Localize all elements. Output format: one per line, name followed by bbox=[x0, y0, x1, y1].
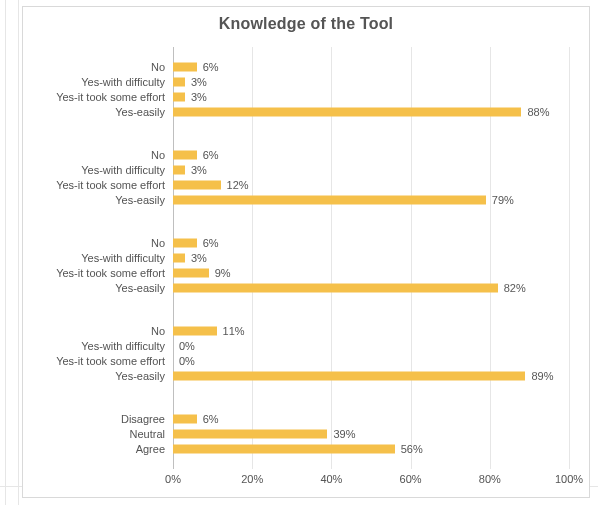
x-tick-label: 0% bbox=[165, 473, 181, 485]
bar bbox=[173, 284, 498, 293]
y-tick-label: Yes-it took some effort bbox=[56, 355, 165, 367]
bar bbox=[173, 430, 327, 439]
data-label: 88% bbox=[527, 106, 549, 118]
y-tick-label: No bbox=[151, 149, 165, 161]
y-tick-label: No bbox=[151, 61, 165, 73]
data-label: 79% bbox=[492, 194, 514, 206]
chart-title: Knowledge of the Tool bbox=[23, 15, 589, 33]
x-tick-label: 80% bbox=[479, 473, 501, 485]
data-label: 56% bbox=[401, 443, 423, 455]
data-label: 3% bbox=[191, 76, 207, 88]
bar bbox=[173, 254, 185, 263]
y-tick-label: Yes-with difficulty bbox=[81, 252, 165, 264]
chart-object[interactable]: Knowledge of the Tool 6%3%3%88%6%3%12%79… bbox=[22, 6, 590, 498]
data-label: 6% bbox=[203, 237, 219, 249]
data-label: 11% bbox=[223, 325, 245, 337]
y-tick-label: Yes-it took some effort bbox=[56, 179, 165, 191]
data-label: 0% bbox=[179, 340, 195, 352]
data-label: 89% bbox=[531, 370, 553, 382]
bar bbox=[173, 196, 486, 205]
y-tick-label: Yes-easily bbox=[115, 282, 165, 294]
x-axis: 0%20%40%60%80%100% bbox=[173, 473, 569, 491]
spreadsheet-canvas: Knowledge of the Tool 6%3%3%88%6%3%12%79… bbox=[0, 0, 598, 505]
bar bbox=[173, 108, 521, 117]
y-tick-label: No bbox=[151, 325, 165, 337]
x-tick-label: 40% bbox=[320, 473, 342, 485]
x-tick-label: 60% bbox=[400, 473, 422, 485]
data-label: 82% bbox=[504, 282, 526, 294]
bar bbox=[173, 93, 185, 102]
data-label: 0% bbox=[179, 355, 195, 367]
y-tick-label: Disagree bbox=[121, 413, 165, 425]
x-tick-label: 20% bbox=[241, 473, 263, 485]
y-tick-label: Yes-it took some effort bbox=[56, 267, 165, 279]
bar bbox=[173, 327, 217, 336]
data-label: 12% bbox=[227, 179, 249, 191]
y-tick-label: Agree bbox=[136, 443, 165, 455]
bar bbox=[173, 166, 185, 175]
y-tick-label: Yes-with difficulty bbox=[81, 76, 165, 88]
bar bbox=[173, 445, 395, 454]
y-tick-label: Yes-with difficulty bbox=[81, 340, 165, 352]
bar bbox=[173, 181, 221, 190]
data-label: 3% bbox=[191, 164, 207, 176]
data-label: 6% bbox=[203, 61, 219, 73]
bar bbox=[173, 151, 197, 160]
y-tick-label: No bbox=[151, 237, 165, 249]
plot-area: 6%3%3%88%6%3%12%79%6%3%9%82%11%0%0%89%6%… bbox=[173, 47, 569, 469]
x-tick-label: 100% bbox=[555, 473, 583, 485]
data-label: 3% bbox=[191, 252, 207, 264]
bar bbox=[173, 372, 525, 381]
bar bbox=[173, 415, 197, 424]
data-label: 9% bbox=[215, 267, 231, 279]
y-tick-label: Yes-it took some effort bbox=[56, 91, 165, 103]
y-tick-label: Yes-easily bbox=[115, 106, 165, 118]
data-label: 3% bbox=[191, 91, 207, 103]
y-tick-label: Yes-easily bbox=[115, 194, 165, 206]
bar bbox=[173, 269, 209, 278]
data-label: 6% bbox=[203, 413, 219, 425]
data-label: 6% bbox=[203, 149, 219, 161]
y-tick-label: Yes-with difficulty bbox=[81, 164, 165, 176]
bar bbox=[173, 78, 185, 87]
data-label: 39% bbox=[333, 428, 355, 440]
bar bbox=[173, 239, 197, 248]
y-tick-label: Neutral bbox=[130, 428, 165, 440]
y-tick-label: Yes-easily bbox=[115, 370, 165, 382]
bar bbox=[173, 63, 197, 72]
